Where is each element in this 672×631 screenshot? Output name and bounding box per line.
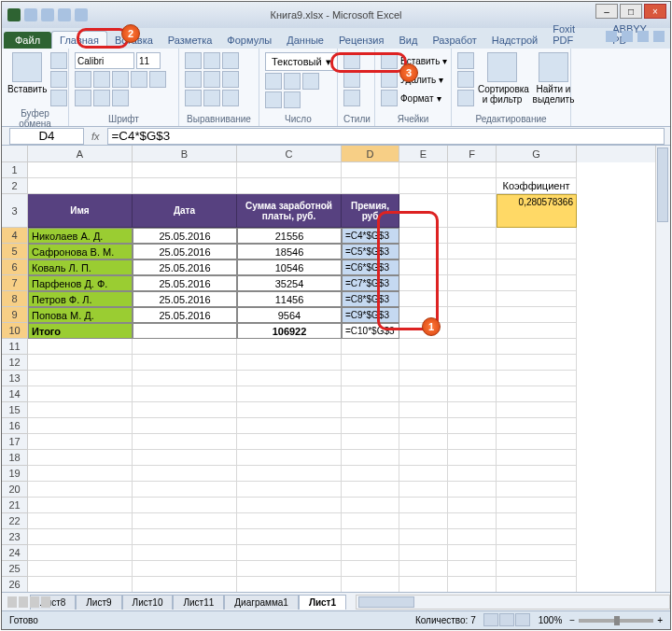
increase-font-icon[interactable] <box>131 71 147 88</box>
font-color-icon[interactable] <box>112 90 129 106</box>
bonus-cell[interactable]: =C6*$G$3 <box>342 259 399 275</box>
tab-foxit[interactable]: Foxit PDF <box>545 21 605 49</box>
name-cell[interactable]: Парфенов Д. Ф. <box>28 275 133 291</box>
align-right-icon[interactable] <box>222 71 239 88</box>
row-header[interactable]: 2 <box>2 178 28 194</box>
date-cell[interactable]: 25.05.2016 <box>133 291 237 307</box>
coef-label-cell[interactable]: Коэффициент <box>497 178 577 194</box>
date-cell[interactable]: 25.05.2016 <box>133 275 237 291</box>
sort-filter-button[interactable]: Сортировка и фильтр <box>478 52 526 105</box>
col-header[interactable]: G <box>497 146 577 162</box>
bonus-cell[interactable]: =C5*$G$3 <box>342 244 399 259</box>
align-left-icon[interactable] <box>185 71 202 88</box>
sheet-tab[interactable]: Лист10 <box>122 595 174 610</box>
restore-icon[interactable] <box>637 31 649 42</box>
align-bottom-icon[interactable] <box>222 52 239 69</box>
conditional-format-icon[interactable] <box>343 52 360 69</box>
total-bonus-cell[interactable]: =C10*$G$3 <box>342 323 399 339</box>
row-header[interactable]: 15 <box>2 402 28 418</box>
row-header[interactable]: 25 <box>2 561 28 577</box>
tab-review[interactable]: Рецензия <box>331 32 392 49</box>
tab-nav-last-icon[interactable] <box>41 596 50 608</box>
row-header[interactable]: 20 <box>2 482 28 498</box>
header-name[interactable]: Имя <box>28 194 133 228</box>
align-top-icon[interactable] <box>185 52 202 69</box>
fill-icon[interactable] <box>457 71 474 88</box>
tab-file[interactable]: Файл <box>4 32 51 49</box>
total-label-cell[interactable]: Итого <box>28 323 133 339</box>
col-header[interactable]: D <box>342 146 399 162</box>
indent-decrease-icon[interactable] <box>185 90 202 106</box>
italic-icon[interactable] <box>93 71 110 88</box>
horizontal-scrollbar[interactable] <box>356 595 670 610</box>
find-select-button[interactable]: Найти и выделить <box>530 52 577 105</box>
maximize-button[interactable]: □ <box>620 4 642 19</box>
sum-cell[interactable]: 18546 <box>237 244 342 259</box>
header-bonus[interactable]: Премия, руб <box>342 194 399 228</box>
bonus-cell[interactable]: =C7*$G$3 <box>342 275 399 291</box>
row-header[interactable]: 17 <box>2 434 28 450</box>
zoom-in-icon[interactable]: + <box>657 615 663 625</box>
align-middle-icon[interactable] <box>203 52 220 69</box>
bonus-cell[interactable]: =C8*$G$3 <box>342 291 399 307</box>
align-center-icon[interactable] <box>203 71 220 88</box>
autosum-icon[interactable] <box>457 52 474 69</box>
col-header[interactable]: C <box>237 146 342 162</box>
row-header[interactable]: 12 <box>2 355 28 371</box>
name-cell[interactable]: Николаев А. Д. <box>28 228 133 244</box>
row-header[interactable]: 10 <box>2 323 28 339</box>
tab-nav-prev-icon[interactable] <box>19 596 28 608</box>
cell-styles-icon[interactable] <box>343 90 360 106</box>
sum-cell[interactable]: 10546 <box>237 259 342 275</box>
row-header[interactable]: 7 <box>2 275 28 291</box>
sum-cell[interactable]: 11456 <box>237 291 342 307</box>
clear-icon[interactable] <box>457 90 474 106</box>
fill-color-icon[interactable] <box>93 90 110 106</box>
row-header[interactable]: 13 <box>2 371 28 386</box>
col-header[interactable]: F <box>448 146 497 162</box>
tab-nav-first-icon[interactable] <box>7 596 17 608</box>
name-cell[interactable]: Попова М. Д. <box>28 307 133 323</box>
sum-cell[interactable]: 9564 <box>237 307 342 323</box>
insert-cells-button[interactable]: Вставить ▾ <box>381 52 447 69</box>
cut-icon[interactable] <box>50 52 67 69</box>
zoom-slider[interactable]: − + <box>569 615 663 625</box>
redo-icon[interactable] <box>58 8 71 21</box>
col-header[interactable]: A <box>28 146 133 162</box>
tab-layout[interactable]: Разметка <box>161 32 220 49</box>
col-header[interactable]: E <box>399 146 448 162</box>
view-buttons[interactable] <box>483 613 531 628</box>
formula-bar[interactable] <box>107 128 665 145</box>
sheet-tab[interactable]: Лист9 <box>76 595 121 610</box>
date-cell[interactable]: 25.05.2016 <box>133 259 237 275</box>
row-header[interactable]: 18 <box>2 450 28 466</box>
format-table-icon[interactable] <box>343 71 360 88</box>
col-header[interactable]: B <box>133 146 237 162</box>
tab-insert[interactable]: Вставка <box>107 32 161 49</box>
select-all-corner[interactable] <box>2 146 28 162</box>
format-cells-button[interactable]: Формат ▾ <box>381 90 441 106</box>
sheet-tab-active[interactable]: Лист1 <box>299 595 346 610</box>
minimize-ribbon-icon[interactable] <box>622 31 633 42</box>
sum-cell[interactable]: 35254 <box>237 275 342 291</box>
tab-formulas[interactable]: Формулы <box>219 32 279 49</box>
help-icon[interactable] <box>606 31 617 42</box>
percent-icon[interactable] <box>284 73 301 90</box>
font-size-combo[interactable] <box>136 52 161 69</box>
sheet-tab[interactable]: Лист11 <box>173 595 224 610</box>
currency-icon[interactable] <box>265 73 282 90</box>
row-header[interactable]: 11 <box>2 339 28 355</box>
row-header[interactable]: 14 <box>2 386 28 402</box>
row-header[interactable]: 19 <box>2 466 28 482</box>
row-header[interactable]: 23 <box>2 529 28 545</box>
decrease-decimal-icon[interactable] <box>284 91 301 108</box>
save-icon[interactable] <box>24 8 37 21</box>
number-format-combo[interactable]: Текстовый ▾ <box>265 52 338 71</box>
date-cell[interactable]: 25.05.2016 <box>133 228 237 244</box>
wrap-text-icon[interactable] <box>222 90 239 106</box>
name-cell[interactable]: Коваль Л. П. <box>28 259 133 275</box>
header-sum[interactable]: Сумма заработной платы, руб. <box>237 194 342 228</box>
close-workbook-icon[interactable] <box>653 31 665 42</box>
row-header[interactable]: 1 <box>2 162 28 178</box>
tab-developer[interactable]: Разработ <box>425 32 483 49</box>
